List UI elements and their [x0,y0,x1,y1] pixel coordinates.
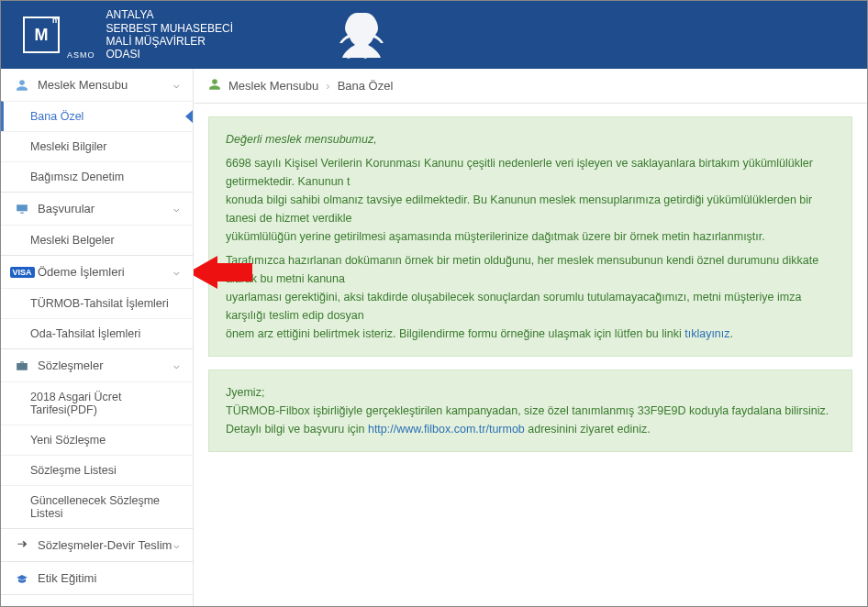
monitor-icon [14,203,30,215]
logo-letter: M [35,26,49,45]
org-line1: ANTALYA [106,8,233,21]
chevron-down-icon: ⌵ [173,266,180,278]
chevron-down-icon: ⌵ [173,539,180,551]
breadcrumb: Meslek Mensubu › Bana Özel [194,69,867,104]
sidebar-section-devir-teslim[interactable]: Sözleşmeler-Devir Teslim ⌵ [1,529,193,561]
list-icon [14,605,30,607]
sidebar-section-meslek-mensubu[interactable]: Meslek Mensubu ⌵ [1,69,193,101]
logo-sup: m [52,16,60,25]
sidebar-item-label: SMYB Listesi [38,604,108,606]
graduation-icon [14,572,30,585]
user-icon [208,78,221,94]
chevron-down-icon: ⌵ [173,79,180,91]
transfer-icon [14,539,30,552]
sidebar-item-etik-egitimi[interactable]: Etik Eğitimi [1,562,193,594]
filbox-link[interactable]: http://www.filbox.com.tr/turmob [368,423,525,436]
sidebar-section-basvurular[interactable]: Başvurular ⌵ [1,193,193,225]
chevron-right-icon: › [326,79,329,93]
ataturk-silhouette-icon [325,7,389,62]
org-line3: MALİ MÜŞAVİRLER [106,35,233,48]
app-header: M m ASMO ANTALYA SERBEST MUHASEBECİ MALİ… [1,1,867,69]
notice-line: TÜRMOB-Filbox işbirliğiyle gerçekleştiri… [226,402,835,420]
breadcrumb-root[interactable]: Meslek Mensubu [228,79,318,93]
sidebar-section-label: Başvurular [38,202,95,215]
sidebar-section-label: Meslek Mensubu [38,78,128,92]
sidebar-item-bagimsiz-denetim[interactable]: Bağımsız Denetim [1,161,193,192]
briefcase-icon [14,359,30,372]
sidebar-item-yeni-sozlesme[interactable]: Yeni Sözleşme [1,425,193,455]
notice-filbox: Jyemiz; TÜRMOB-Filbox işbirliğiyle gerçe… [208,370,852,452]
chevron-down-icon: ⌵ [173,359,180,371]
org-line2: SERBEST MUHASEBECİ [106,22,233,35]
notice-kvkk: Değerli meslek mensubumuz, 6698 sayılı K… [208,116,852,357]
sidebar-item-label: Etik Eğitimi [38,571,96,585]
visa-icon: VISA [14,266,30,279]
sidebar-item-turmob-tahsilat[interactable]: TÜRMOB-Tahsilat İşlemleri [1,288,193,318]
logo-badge: M m [23,17,60,53]
org-line4: ODASI [106,48,233,61]
asmo-label: ASMO [67,50,95,60]
sidebar-item-mesleki-bilgiler[interactable]: Mesleki Bilgiler [1,131,193,161]
sidebar: Meslek Mensubu ⌵ Bana Özel Mesleki Bilgi… [1,69,194,606]
main-content: Meslek Mensubu › Bana Özel Değerli mesle… [194,69,867,606]
sidebar-item-bana-ozel[interactable]: Bana Özel [1,101,193,131]
org-title: ANTALYA SERBEST MUHASEBECİ MALİ MÜŞAVİRL… [106,8,233,61]
sidebar-item-guncellenecek[interactable]: Güncellenecek Sözleşme Listesi [1,485,193,528]
sidebar-section-label: Sözleşmeler-Devir Teslim [38,538,172,552]
campaign-code: 33F9E9D [638,404,686,417]
user-icon [14,79,30,92]
sidebar-item-mesleki-belgeler[interactable]: Mesleki Belgeler [1,225,193,255]
sidebar-item-smyb-listesi[interactable]: SMYB Listesi [1,595,193,606]
sidebar-item-oda-tahsilat[interactable]: Oda-Tahsilat İşlemleri [1,318,193,348]
sidebar-item-asgari-ucret[interactable]: 2018 Asgari Ücret Tarifesi(PDF) [1,381,193,425]
notice-paragraph: 6698 sayılı Kişisel Verilerin Korunması … [226,154,835,246]
sidebar-section-label: Ödeme İşlemleri [38,265,125,279]
sidebar-section-label: Sözleşmeler [38,359,104,372]
notice-line: Detaylı bilgi ve başvuru için http://www… [226,420,835,438]
sidebar-item-sozlesme-listesi[interactable]: Sözleşme Listesi [1,455,193,485]
sidebar-section-odeme-islemleri[interactable]: VISA Ödeme İşlemleri ⌵ [1,256,193,288]
notice-greeting: Jyemiz; [226,383,835,402]
kvkk-form-link[interactable]: tıklayınız [684,327,729,340]
sidebar-section-sozlesmeler[interactable]: Sözleşmeler ⌵ [1,349,193,381]
notice-greeting: Değerli meslek mensubumuz, [226,130,835,149]
notice-paragraph: Tarafımızca hazırlanan dokümanın örnek b… [226,251,835,343]
breadcrumb-current: Bana Özel [338,79,394,93]
chevron-down-icon: ⌵ [173,203,180,215]
